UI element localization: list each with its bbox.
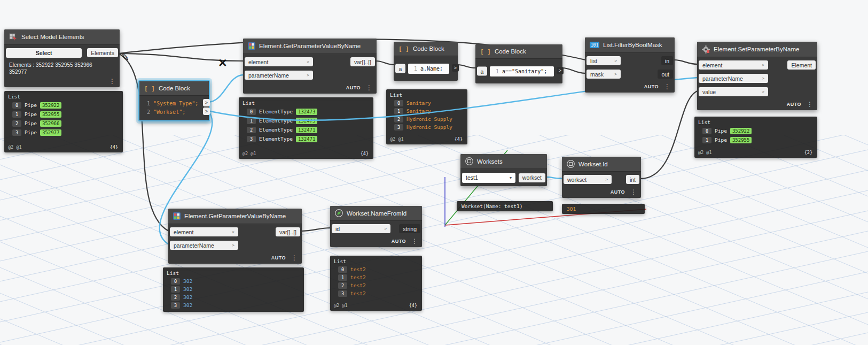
node-header[interactable]: Element.GetParameterValueByName xyxy=(243,39,377,54)
port-row: list> in xyxy=(585,54,675,67)
port-output-1[interactable]: > xyxy=(203,99,210,106)
row-value: test2 xyxy=(350,282,366,288)
lacing-auto[interactable]: AUTO xyxy=(787,102,801,107)
node-worksets[interactable]: Worksets test1▾ workset xyxy=(460,154,547,186)
select-button[interactable]: Select xyxy=(6,48,82,58)
row-index: 2 xyxy=(247,127,256,133)
node-menu-icon[interactable]: ⋮ xyxy=(807,102,813,107)
node-getparametervaluebyname-bottom[interactable]: Element.GetParameterValueByName element>… xyxy=(168,209,302,264)
row-index: 3 xyxy=(247,136,256,142)
node-workset-namefromid[interactable]: Workset.NameFromId id> string AUTO ⋮ xyxy=(330,206,422,247)
node-title: Element.GetParameterValueByName xyxy=(259,43,361,49)
row-type: Pipe xyxy=(25,129,37,135)
node-header[interactable]: Workset.Id xyxy=(562,157,641,172)
node-header[interactable]: Element.GetParameterValueByName xyxy=(168,209,302,224)
row-value: 352966 xyxy=(40,120,62,127)
row-value: 302 xyxy=(183,278,192,284)
node-menu-icon[interactable]: ⋮ xyxy=(630,189,637,195)
node-menu-icon[interactable]: ⋮ xyxy=(411,239,418,244)
list-count: {4} xyxy=(455,136,463,142)
node-header[interactable]: Worksets xyxy=(460,154,547,169)
element-node-icon xyxy=(248,42,255,50)
port-input-a[interactable]: a xyxy=(477,67,487,76)
chevron-right-icon: > xyxy=(307,59,309,64)
node-menu-icon[interactable]: ⋮ xyxy=(291,255,298,260)
port-input-parametername[interactable]: parameterName> xyxy=(245,71,313,80)
lacing-auto[interactable]: AUTO xyxy=(644,84,659,89)
worksets-icon xyxy=(465,157,473,165)
port-input-mask[interactable]: mask> xyxy=(587,70,621,79)
node-header[interactable]: [ ] Code Block xyxy=(475,44,562,59)
port-output[interactable]: > xyxy=(452,64,459,72)
code-editor[interactable]: 1a=="Sanitary"; xyxy=(490,66,554,76)
preview-header: List xyxy=(697,119,814,125)
node-title: List.FilterByBoolMask xyxy=(603,42,662,48)
node-setparameterbyname[interactable]: Element.SetParameterByName element> Elem… xyxy=(697,42,817,110)
node-code-block-3[interactable]: [ ] Code Block a 1a=="Sanitary"; > xyxy=(475,44,562,83)
port-output-element[interactable]: Element xyxy=(787,60,816,70)
port-input-a[interactable]: a xyxy=(395,64,405,73)
chevron-right-icon: > xyxy=(614,58,617,63)
node-title: Workset.Id xyxy=(578,161,608,167)
port-row: element> Element xyxy=(697,58,817,72)
port-output-2[interactable]: > xyxy=(203,108,210,115)
workset-dropdown[interactable]: test1▾ xyxy=(462,173,515,183)
row-index: 1 xyxy=(247,118,256,124)
list-item: 1Pipe352955 xyxy=(697,135,814,144)
node-select-model-elements[interactable]: Select Model Elements Select Elements El… xyxy=(4,29,120,87)
lacing-auto[interactable]: AUTO xyxy=(346,85,361,90)
node-header[interactable]: Workset.NameFromId xyxy=(330,206,422,221)
port-input-id[interactable]: id> xyxy=(332,224,390,233)
node-code-block-1[interactable]: [ ] Code Block 1"System Type"; 2"Workset… xyxy=(138,80,210,121)
line-number: 1 xyxy=(412,66,417,72)
port-output-int[interactable]: int xyxy=(626,175,639,184)
row-value: 352955 xyxy=(40,111,62,118)
port-output-out[interactable]: out xyxy=(658,70,673,79)
port-output-in[interactable]: in xyxy=(661,56,673,65)
port-output-workset[interactable]: workset xyxy=(519,173,545,182)
port-input-workset[interactable]: workset> xyxy=(564,175,612,184)
node-header[interactable]: Select Model Elements xyxy=(4,29,120,45)
port-input-parametername[interactable]: parameterName> xyxy=(699,74,768,83)
lacing-auto[interactable]: AUTO xyxy=(611,189,625,195)
node-getparametervaluebyname-top[interactable]: Element.GetParameterValueByName element>… xyxy=(243,39,377,94)
node-header[interactable]: 101 List.FilterByBoolMask xyxy=(585,37,675,53)
chevron-right-icon: > xyxy=(614,72,617,76)
port-output[interactable]: > xyxy=(557,67,564,74)
row-index: 0 xyxy=(171,278,180,285)
list-levels: @2 @1 xyxy=(243,151,256,156)
node-header[interactable]: [ ] Code Block xyxy=(139,81,209,96)
node-header[interactable]: [ ] Code Block xyxy=(394,42,458,56)
port-output-var[interactable]: var[]..[] xyxy=(350,57,375,66)
row-index: 3 xyxy=(12,129,21,136)
code-editor[interactable]: 1"System Type"; 2"Workset"; xyxy=(139,96,209,120)
list-item: 3Pipe352977 xyxy=(7,128,119,137)
node-header[interactable]: Element.SetParameterByName xyxy=(697,42,817,57)
row-index: 2 xyxy=(394,116,403,122)
port-output-elements[interactable]: Elements xyxy=(87,48,118,57)
node-code-block-2[interactable]: [ ] Code Block a 1a.Name; > xyxy=(394,42,458,81)
port-input-list[interactable]: list> xyxy=(587,56,621,65)
lacing-auto[interactable]: AUTO xyxy=(271,255,286,260)
node-menu-icon[interactable]: ⋮ xyxy=(109,79,115,84)
port-input-value[interactable]: value> xyxy=(699,87,768,96)
lacing-auto[interactable]: AUTO xyxy=(392,239,406,244)
node-menu-icon[interactable]: ⋮ xyxy=(366,85,372,90)
port-row: parameterName> xyxy=(697,72,817,85)
port-input-parametername[interactable]: parameterName> xyxy=(170,241,238,250)
port-input-element[interactable]: element> xyxy=(245,57,313,66)
code-editor[interactable]: 1a.Name; xyxy=(408,64,449,74)
port-output-string[interactable]: string xyxy=(399,224,420,233)
port-row: test1▾ workset xyxy=(460,172,547,183)
row-type: Pipe xyxy=(715,137,727,143)
port-output-var[interactable]: var[]..[] xyxy=(276,227,300,236)
list-item: 2Pipe352966 xyxy=(7,119,119,128)
node-title: Workset.NameFromId xyxy=(347,210,406,217)
port-input-element[interactable]: element> xyxy=(699,60,768,70)
node-menu-icon[interactable]: ⋮ xyxy=(664,84,670,89)
row-index: 0 xyxy=(12,102,21,109)
list-levels: @2 @1 xyxy=(390,136,404,142)
node-workset-id[interactable]: Workset.Id workset> int AUTO ⋮ xyxy=(562,157,641,198)
port-input-element[interactable]: element> xyxy=(170,227,238,236)
node-list-filterbyboolmask[interactable]: 101 List.FilterByBoolMask list> in mask>… xyxy=(585,37,675,93)
